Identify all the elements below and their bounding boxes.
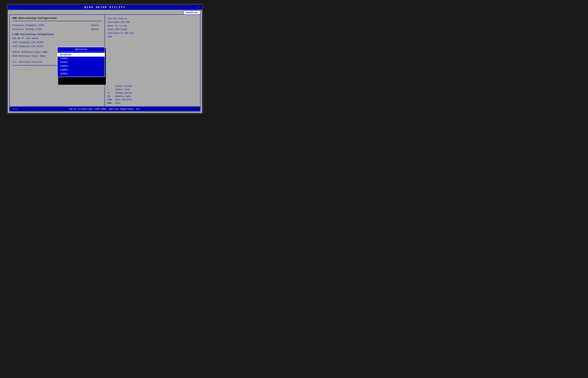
hdmi-label: HDMI — [196, 6, 200, 8]
fid-label: Processor Frequency (FID) — [13, 24, 45, 27]
ai-overclock-label: A.I. Overclock — [13, 68, 30, 71]
key-row-f1: F1 General Help — [108, 95, 197, 98]
pcie-ref-label: PCIE Reference Clock (MHz) — [13, 55, 46, 57]
key-row-f10: F10 Save and Exit — [108, 98, 197, 101]
cpunb-ht-link-label: CPU-NB HT Link Speed — [13, 37, 38, 40]
key-updown: ↑↓ — [108, 88, 115, 91]
option-220mhz[interactable]: 220Mhz — [57, 60, 105, 64]
vid-label: Processor Voltage (VID) — [13, 28, 42, 30]
amd-oc-submenu[interactable]: ► AMD Overclocking Configuration — [13, 33, 102, 36]
brand-label: BenQ — [13, 108, 18, 110]
section-title: AMD Overclocking Configuration — [13, 17, 102, 20]
option-240mhz[interactable]: 240Mhz — [57, 68, 105, 72]
bios-title: BIOS SETUP UTILITY — [85, 6, 125, 9]
key-f1-desc: General Help — [115, 95, 131, 98]
option-250mhz[interactable]: 250Mhz — [57, 72, 105, 76]
cpunb-ht-link[interactable]: CPU-NB HT Link Speed — [13, 37, 102, 40]
key-f10-desc: Save and Exit — [115, 98, 132, 101]
bios-screen: BIOS SETUP UTILITY OverDrive AMD Overclo… — [8, 5, 202, 113]
key-esc-desc: Exit — [115, 102, 121, 104]
key-row-esc: ESC Exit — [108, 102, 197, 104]
key-row-screen: ← Select Screen — [108, 85, 197, 87]
key-change-desc: Change Option — [115, 92, 132, 94]
footer-bar: v02.61 (C)Copyright 1985-2006, American … — [9, 107, 201, 111]
ai-oc-function-label: A.I. Overclock Function — [13, 61, 42, 63]
fid-value: [Auto] — [91, 24, 99, 27]
cpu-ht-ref-label: CPU/HT Reference Clock (MHz) — [13, 51, 48, 54]
key-esc: ESC — [108, 102, 115, 104]
options-popup: Options Disabled 210Mhz 220Mhz 230Mhz — [57, 47, 105, 77]
left-panel: AMD Overclocking Configuration Processor… — [10, 15, 105, 107]
key-f10: F10 — [108, 98, 115, 101]
right-panel: Use the item to overclock CPU FSB Note: … — [105, 15, 200, 107]
option-230mhz[interactable]: 230Mhz — [57, 64, 105, 68]
ncht-incoming[interactable]: ncHT Incoming Link Width — [13, 41, 102, 44]
key-arrow: ← — [108, 85, 115, 87]
key-plusminus: +- — [108, 92, 115, 94]
options-popup-title: Options — [57, 47, 105, 52]
option-210mhz[interactable]: 210Mhz — [57, 57, 105, 60]
footer-text: v02.61 (C)Copyright 1985-2006, American … — [69, 108, 141, 110]
tab-label: OverDrive — [186, 11, 198, 14]
main-area: AMD Overclocking Configuration Processor… — [9, 14, 201, 107]
overdrive-tab[interactable]: OverDrive — [183, 10, 201, 14]
menu-item[interactable]: Processor Frequency (FID) [Auto] — [13, 24, 102, 27]
key-row-item: ↑↓ Select Item — [108, 88, 197, 91]
key-item-desc: Select Item — [115, 88, 129, 91]
monitor-frame: HDMI BIOS SETUP UTILITY OverDrive AMD Ov… — [7, 4, 203, 114]
options-list: Disabled 210Mhz 220Mhz 230Mhz 240Mhz — [57, 52, 105, 77]
section-divider — [13, 21, 102, 21]
ncht-incoming-label: ncHT Incoming Link Width — [13, 41, 43, 44]
key-row-change: +- Change Option — [108, 92, 197, 94]
title-bar: BIOS SETUP UTILITY — [8, 5, 202, 10]
key-help: ← Select Screen ↑↓ Select Item +- Change… — [108, 85, 197, 104]
help-text: Use the item to overclock CPU FSB Note: … — [108, 17, 197, 39]
tab-row: OverDrive — [8, 10, 202, 14]
menu-item[interactable]: Processor Voltage (VID) [Auto] — [13, 28, 102, 30]
option-disabled[interactable]: Disabled — [57, 53, 105, 57]
key-f1: F1 — [108, 95, 115, 98]
vid-value: [Auto] — [91, 28, 99, 30]
key-screen-desc: Select Screen — [115, 85, 132, 87]
ncht-outgoing-label: ncHT Outgoing Link Width — [13, 45, 43, 48]
amd-oc-label: ► AMD Overclocking Configuration — [13, 33, 54, 36]
